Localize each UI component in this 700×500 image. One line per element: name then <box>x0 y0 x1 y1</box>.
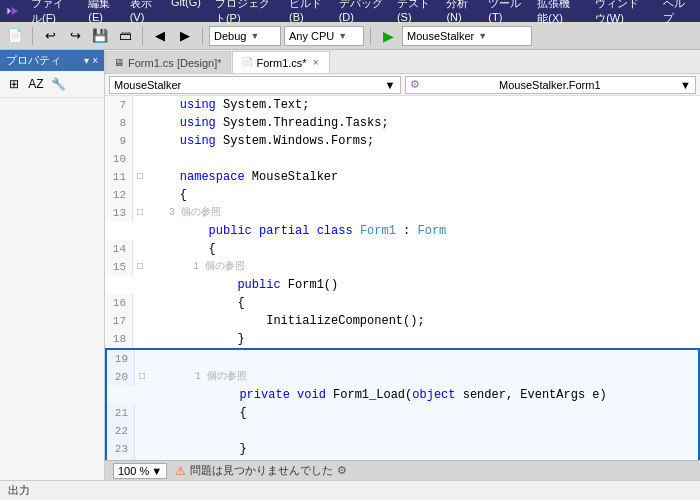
tab-form-cs[interactable]: 📄 Form1.cs* × <box>232 51 330 73</box>
menu-window[interactable]: ウィンドウ(W) <box>589 0 655 27</box>
toolbar-separator-1 <box>32 27 33 45</box>
code-line-11: 11 □ namespace MouseStalker <box>105 168 700 186</box>
status-message: ⚠ 問題は見つかりませんでした ⚙ <box>175 463 347 478</box>
left-panel-header: プロパティ ▾ × <box>0 50 104 71</box>
left-panel-toolbar: ⊞ AZ 🔧 <box>0 71 104 98</box>
code-line-23: 23 } <box>107 440 698 458</box>
code-line-10: 10 <box>105 150 700 168</box>
status-bar: 100 % ▼ ⚠ 問題は見つかりませんでした ⚙ <box>105 460 700 480</box>
code-line-14: 14 { <box>105 240 700 258</box>
toolbar-separator-3 <box>202 27 203 45</box>
status-text: 問題は見つかりませんでした <box>190 463 333 478</box>
tab-cs-close[interactable]: × <box>311 57 321 68</box>
code-editor[interactable]: 7 using System.Text; 8 using System.Thre… <box>105 96 700 460</box>
main-layout: プロパティ ▾ × ⊞ AZ 🔧 🖥 Form1.cs [Design]* 📄 … <box>0 50 700 480</box>
cpu-combo-arrow: ▼ <box>338 31 347 41</box>
member-dropdown-arrow: ▼ <box>680 79 691 91</box>
menu-debug[interactable]: デバッグ(D) <box>333 0 389 27</box>
save-btn[interactable]: 💾 <box>89 25 111 47</box>
left-panel-title: プロパティ <box>6 53 61 68</box>
code-line-16: 16 { <box>105 294 700 312</box>
code-line-15: 15 □ 1 個の参照 public Form1() <box>105 258 700 294</box>
code-line-7: 7 using System.Text; <box>105 96 700 114</box>
toolbar-separator-2 <box>142 27 143 45</box>
new-project-btn[interactable]: 📄 <box>4 25 26 47</box>
tab-cs-label: Form1.cs* <box>257 57 307 69</box>
tab-cs-icon: 📄 <box>241 57 253 68</box>
forward-btn[interactable]: ▶ <box>174 25 196 47</box>
menu-help[interactable]: ヘルプ <box>657 0 694 27</box>
status-settings-icon[interactable]: ⚙ <box>337 464 347 477</box>
menu-extensions[interactable]: 拡張機能(X) <box>531 0 587 27</box>
code-line-17: 17 InitializeComponent(); <box>105 312 700 330</box>
class-dropdown[interactable]: MouseStalker ▼ <box>109 76 401 94</box>
menu-file[interactable]: ファイル(F) <box>25 0 80 27</box>
save-all-btn[interactable]: 🗃 <box>114 25 136 47</box>
code-line-19: 19 <box>107 350 698 368</box>
run-btn[interactable]: ▶ <box>377 25 399 47</box>
project-combo-label: MouseStalker <box>407 30 474 42</box>
tab-design-label: Form1.cs [Design]* <box>128 57 222 69</box>
output-panel: 出力 <box>0 480 700 500</box>
code-line-18: 18 } <box>105 330 700 348</box>
properties-settings-btn[interactable]: 🔧 <box>48 74 68 94</box>
zoom-label: 100 % <box>118 465 149 477</box>
tab-bar: 🖥 Form1.cs [Design]* 📄 Form1.cs* × <box>105 50 700 74</box>
debug-combo-arrow: ▼ <box>250 31 259 41</box>
class-dropdown-label: MouseStalker <box>114 79 181 91</box>
menu-git[interactable]: Git(G) <box>165 0 207 27</box>
title-bar: ファイル(F) 編集(E) 表示(V) Git(G) プロジェクト(P) ビルド… <box>0 0 700 22</box>
member-dropdown[interactable]: ⚙ MouseStalker.Form1 ▼ <box>405 76 697 94</box>
editor-dropdowns: MouseStalker ▼ ⚙ MouseStalker.Form1 ▼ <box>105 74 700 96</box>
menu-tools[interactable]: ツール(T) <box>482 0 529 27</box>
redo-btn[interactable]: ↪ <box>64 25 86 47</box>
debug-combo-label: Debug <box>214 30 246 42</box>
undo-btn[interactable]: ↩ <box>39 25 61 47</box>
code-line-8: 8 using System.Threading.Tasks; <box>105 114 700 132</box>
zoom-combo[interactable]: 100 % ▼ <box>113 463 167 479</box>
toolbar-separator-4 <box>370 27 371 45</box>
code-line-20: 20 □ 1 個の参照 private void Form1_Load(obje… <box>107 368 698 404</box>
project-combo[interactable]: MouseStalker ▼ <box>402 26 532 46</box>
menu-test[interactable]: テスト(S) <box>391 0 439 27</box>
code-line-13-ref: 13 □ 3 個の参照 public partial class Form1 :… <box>105 204 700 240</box>
menu-analyze[interactable]: 分析(N) <box>440 0 480 27</box>
member-dropdown-label: MouseStalker.Form1 <box>499 79 600 91</box>
cpu-combo[interactable]: Any CPU ▼ <box>284 26 364 46</box>
menu-bar: ファイル(F) 編集(E) 表示(V) Git(G) プロジェクト(P) ビルド… <box>25 0 694 27</box>
code-line-24: 24 } <box>107 458 698 460</box>
menu-edit[interactable]: 編集(E) <box>82 0 121 27</box>
menu-project[interactable]: プロジェクト(P) <box>209 0 281 27</box>
back-btn[interactable]: ◀ <box>149 25 171 47</box>
code-line-9: 9 using System.Windows.Forms; <box>105 132 700 150</box>
member-dropdown-icon: ⚙ <box>410 78 420 91</box>
vs-logo <box>6 3 19 19</box>
project-combo-arrow: ▼ <box>478 31 487 41</box>
left-panel: プロパティ ▾ × ⊞ AZ 🔧 <box>0 50 105 480</box>
debug-combo[interactable]: Debug ▼ <box>209 26 281 46</box>
cpu-combo-label: Any CPU <box>289 30 334 42</box>
properties-sort-btn[interactable]: AZ <box>26 74 46 94</box>
code-line-12: 12 { <box>105 186 700 204</box>
properties-grid-btn[interactable]: ⊞ <box>4 74 24 94</box>
code-line-22: 22 <box>107 422 698 440</box>
warning-icon: ⚠ <box>175 464 186 478</box>
tab-form-design[interactable]: 🖥 Form1.cs [Design]* <box>105 51 231 73</box>
left-panel-pin[interactable]: ▾ × <box>84 55 98 66</box>
menu-build[interactable]: ビルド(B) <box>283 0 331 27</box>
code-line-21: 21 { <box>107 404 698 422</box>
zoom-arrow: ▼ <box>151 465 162 477</box>
code-lines: 7 using System.Text; 8 using System.Thre… <box>105 96 700 460</box>
class-dropdown-arrow: ▼ <box>385 79 396 91</box>
menu-view[interactable]: 表示(V) <box>124 0 163 27</box>
editor-area: 🖥 Form1.cs [Design]* 📄 Form1.cs* × Mouse… <box>105 50 700 480</box>
tab-design-icon: 🖥 <box>114 57 124 68</box>
output-label: 出力 <box>8 483 30 498</box>
